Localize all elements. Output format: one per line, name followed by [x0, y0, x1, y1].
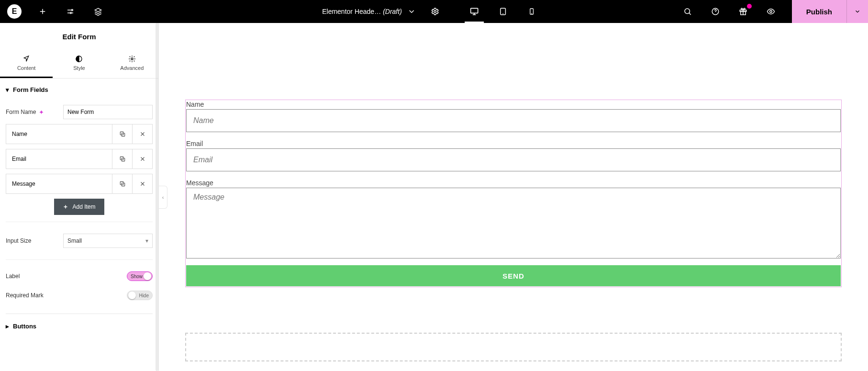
svg-point-1 — [70, 12, 71, 14]
duplicate-icon[interactable] — [112, 149, 132, 169]
field-label-message: Message — [186, 179, 841, 187]
section-buttons[interactable]: ▸Buttons — [6, 314, 153, 338]
help-icon[interactable] — [710, 6, 721, 17]
field-label-email: Email — [186, 140, 841, 147]
close-icon[interactable] — [132, 149, 152, 169]
label-label: Label — [6, 273, 127, 280]
device-tablet[interactable] — [489, 0, 517, 23]
name-input[interactable] — [186, 109, 841, 132]
select-value: Small — [67, 237, 82, 244]
tab-label: Style — [73, 65, 85, 71]
editor-sidebar: Edit Form Content Style Advanced ▾Form F… — [0, 23, 159, 371]
publish-button[interactable]: Publish — [792, 0, 846, 23]
field-label-name: Name — [186, 101, 841, 108]
close-icon[interactable] — [132, 174, 152, 193]
input-size-select[interactable]: Small — [63, 234, 153, 248]
field-item-label: Email — [6, 156, 112, 162]
tab-content[interactable]: Content — [0, 50, 53, 78]
canvas: Name Email Message SEND — [159, 23, 868, 371]
form-name-label: Form Name✦ — [6, 109, 63, 116]
svg-point-10 — [770, 11, 772, 13]
svg-point-6 — [685, 9, 690, 14]
field-item-label: Name — [6, 131, 112, 137]
section-label: Buttons — [13, 323, 36, 330]
add-icon[interactable] — [37, 6, 48, 17]
send-button[interactable]: SEND — [186, 265, 841, 286]
document-status: (Draft) — [383, 8, 402, 15]
gear-icon[interactable] — [429, 6, 441, 17]
svg-point-0 — [71, 10, 73, 11]
tab-style[interactable]: Style — [53, 50, 105, 78]
elementor-logo[interactable]: E — [7, 4, 22, 19]
panel-title: Edit Form — [0, 23, 158, 50]
device-desktop[interactable] — [460, 0, 489, 23]
field-item-message[interactable]: Message — [6, 174, 153, 194]
required-mark-toggle[interactable]: Hide — [127, 291, 153, 300]
tab-label: Advanced — [120, 65, 144, 71]
label-toggle[interactable]: Show — [127, 271, 153, 281]
duplicate-icon[interactable] — [112, 124, 132, 144]
duplicate-icon[interactable] — [112, 174, 132, 193]
collapse-sidebar-button[interactable]: ‹ — [159, 186, 167, 209]
add-item-button[interactable]: Add Item — [54, 199, 104, 215]
form-name-input[interactable] — [63, 105, 153, 119]
document-title-area: Elementor Heade… (Draft) — [322, 0, 546, 23]
drop-zone[interactable] — [185, 333, 842, 361]
field-item-label: Message — [6, 180, 112, 187]
notification-dot — [747, 4, 752, 9]
section-form-fields[interactable]: ▾Form Fields — [6, 79, 153, 100]
field-item-name[interactable]: Name — [6, 124, 153, 144]
svg-point-2 — [434, 11, 436, 13]
sidebar-scrollbar[interactable] — [156, 23, 158, 371]
device-mobile[interactable] — [517, 0, 546, 23]
chevron-down-icon[interactable] — [406, 6, 417, 17]
settings-sliders-icon[interactable] — [65, 6, 76, 17]
svg-point-12 — [131, 58, 133, 60]
layers-icon[interactable] — [92, 6, 104, 17]
tab-advanced[interactable]: Advanced — [106, 50, 158, 78]
input-size-label: Input Size — [6, 237, 63, 244]
search-icon[interactable] — [682, 6, 693, 17]
message-input[interactable] — [186, 188, 841, 259]
publish-options[interactable] — [846, 0, 868, 23]
gift-icon[interactable] — [737, 6, 749, 17]
form-widget[interactable]: Name Email Message SEND — [185, 100, 842, 287]
toggle-text: Show — [131, 274, 143, 279]
ai-icon[interactable]: ✦ — [39, 109, 44, 116]
email-input[interactable] — [186, 148, 841, 171]
field-item-email[interactable]: Email — [6, 149, 153, 169]
top-bar: E Elementor Heade… (Draft) Publish — [0, 0, 868, 23]
toggle-text: Hide — [139, 293, 149, 298]
section-label: Form Fields — [13, 86, 48, 93]
add-item-label: Add Item — [72, 203, 95, 210]
required-mark-label: Required Mark — [6, 292, 127, 299]
document-title: Elementor Heade… — [322, 8, 381, 15]
svg-rect-3 — [470, 8, 478, 13]
preview-icon[interactable] — [765, 6, 777, 17]
close-icon[interactable] — [132, 124, 152, 144]
tab-label: Content — [17, 65, 36, 71]
